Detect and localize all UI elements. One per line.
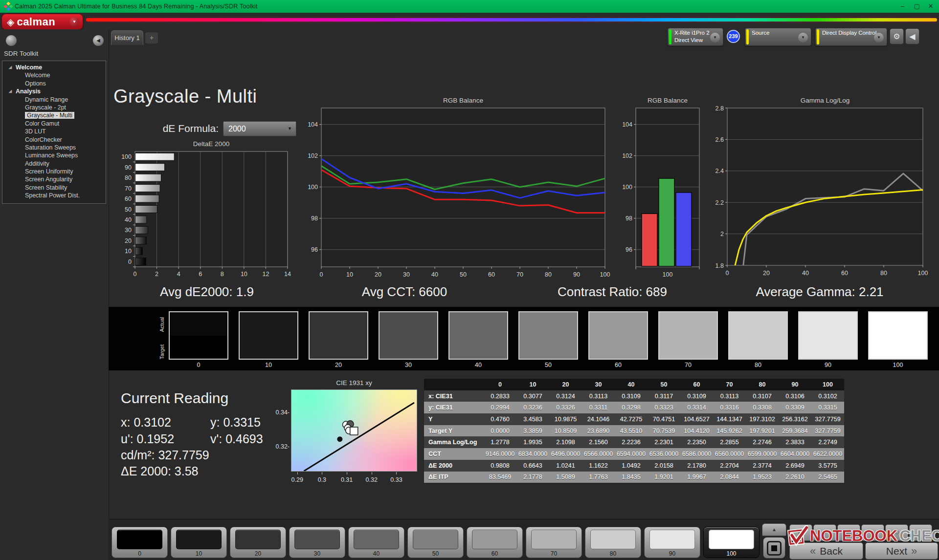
de-formula-select[interactable]: 2000 ▼: [223, 121, 296, 136]
stat-average-gamma: Average Gamma: 2.21: [756, 284, 883, 300]
pattern-button-10[interactable]: 10: [171, 527, 227, 558]
sidebar-item-screen-angularity[interactable]: Screen Angularity: [2, 175, 106, 183]
cie-x-tickmark: [322, 472, 322, 474]
meter-dropdown-icon[interactable]: ▼: [710, 33, 720, 43]
source-dropdown-icon[interactable]: ▼: [798, 33, 808, 43]
chart-label: 60: [841, 270, 848, 277]
sidebar: ◀ SDR Toolkit ◢WelcomeWelcomeOptions◢Ana…: [0, 29, 109, 560]
pattern-swatch: [176, 530, 222, 549]
settings-gear-icon[interactable]: ⚙: [890, 28, 904, 44]
sidebar-item-label: Screen Uniformity: [25, 168, 73, 175]
pattern-button-20[interactable]: 20: [230, 527, 286, 558]
table-cell: 0.3315: [811, 402, 844, 413]
sidebar-item-screen-uniformity[interactable]: Screen Uniformity: [2, 168, 106, 175]
pattern-button-0[interactable]: 0: [112, 527, 168, 558]
sidebar-item-additivity[interactable]: Additivity: [2, 160, 106, 168]
gamma-log-chart: Gamma Log/Log2.82.62.42.221.802040608010…: [707, 92, 937, 288]
chart-label: 100: [622, 184, 632, 191]
sidebar-item-grayscale-2pt[interactable]: Grayscale - 2pt: [2, 104, 106, 111]
sidebar-sphere-button[interactable]: [6, 35, 17, 46]
pattern-up-icon[interactable]: ▲: [762, 523, 786, 536]
table-cell: 256.3162: [779, 413, 811, 425]
pattern-button-50[interactable]: 50: [407, 527, 464, 558]
patch-level-label: 40: [448, 362, 508, 368]
table-header-cell: 70: [713, 379, 746, 390]
bar-level-0: [135, 258, 146, 265]
sidebar-item-3d-lut[interactable]: 3D LUT: [2, 128, 106, 135]
toolbar-button-1-icon[interactable]: ▶: [789, 524, 812, 541]
table-cell: 2.2749: [811, 436, 844, 448]
sidebar-item-welcome[interactable]: Welcome: [2, 71, 106, 79]
tab-history-1[interactable]: History 1: [111, 30, 143, 45]
close-icon[interactable]: ✕: [923, 0, 938, 13]
sidebar-item-options[interactable]: Options: [2, 80, 106, 87]
tree-expand-icon[interactable]: ◢: [9, 64, 12, 71]
sidebar-item-grayscale-multi[interactable]: Grayscale - Multi: [2, 111, 106, 119]
display-control-dropdown[interactable]: Direct Display Control ▼: [815, 28, 887, 46]
sidebar-item-label: Color Gamut: [25, 120, 59, 127]
calman-menu-button[interactable]: ◈ calman ▼: [1, 14, 83, 30]
meter-dropdown[interactable]: X-Rite i1Pro 2 Direct View ▼: [668, 28, 723, 46]
minimize-icon[interactable]: –: [895, 0, 910, 13]
pattern-button-70[interactable]: 70: [526, 527, 582, 558]
bar-level-70: [135, 185, 160, 192]
target-row-label: Target: [159, 345, 165, 360]
pattern-button-40[interactable]: 40: [348, 527, 404, 558]
reading-y: y: 0.3315: [210, 415, 261, 430]
table-cell: 0.3113: [713, 390, 746, 402]
table-cell: 0.3308: [746, 402, 779, 413]
pattern-button-90[interactable]: 90: [644, 527, 700, 558]
pattern-swatch: [235, 530, 281, 549]
chart-label: 50: [460, 271, 467, 278]
patch-actual: [799, 312, 857, 336]
table-cell: 70.7539: [648, 425, 680, 437]
calman-diamond-icon: ◈: [7, 16, 14, 28]
chart-label: 6: [199, 271, 202, 278]
back-button[interactable]: « Back: [789, 542, 863, 560]
table-cell: 0.3314: [680, 402, 713, 413]
patch-level-label: 30: [379, 362, 438, 368]
sidebar-item-dynamic-range[interactable]: Dynamic Range: [2, 96, 106, 104]
toolbar-button-2-icon[interactable]: ●: [813, 524, 836, 541]
rgb-balance-bar-chart: RGB Balance1041021009896100: [615, 92, 722, 288]
pattern-button-60[interactable]: 60: [467, 527, 523, 558]
pattern-level-label: 60: [467, 550, 522, 557]
patch-level-label: 80: [728, 362, 788, 368]
toolbar-button-3-icon[interactable]: ▦: [837, 524, 860, 541]
patch-actual: [240, 312, 297, 336]
sidebar-item-luminance-sweeps[interactable]: Luminance Sweeps: [2, 151, 106, 159]
sidebar-item-spectral-power-dist-[interactable]: Spectral Power Dist.: [2, 192, 106, 199]
source-dropdown[interactable]: Source ▼: [745, 28, 811, 46]
sidebar-item-saturation-sweeps[interactable]: Saturation Sweeps: [2, 144, 106, 151]
maximize-icon[interactable]: ▢: [910, 0, 924, 13]
sidebar-item-screen-stability[interactable]: Screen Stability: [2, 184, 106, 192]
table-cell: 2.3774: [746, 460, 779, 472]
patch-level-label: 0: [169, 362, 228, 368]
calman-menu-dropdown-icon[interactable]: ▼: [69, 17, 79, 27]
display-control-dropdown-icon[interactable]: ▼: [874, 33, 884, 43]
pattern-button-80[interactable]: 80: [585, 527, 641, 558]
chart-label: 80: [880, 270, 887, 277]
chart-label: Gamma Log/Log: [801, 97, 850, 104]
panel-collapse-icon[interactable]: ◀: [905, 28, 919, 44]
chart-label: 70: [125, 185, 132, 192]
sidebar-item-color-gamut[interactable]: Color Gamut: [2, 120, 106, 128]
toolbar-button-4-icon[interactable]: ∞: [861, 524, 884, 541]
sidebar-item-analysis[interactable]: ◢Analysis: [2, 87, 106, 95]
toolbar-button-5-icon[interactable]: ↻: [885, 524, 908, 541]
pattern-button-30[interactable]: 30: [289, 527, 345, 558]
sidebar-item-welcome[interactable]: ◢Welcome: [2, 64, 106, 71]
chart-label: 104: [622, 121, 632, 128]
table-cell: 2.2610: [779, 472, 811, 483]
logo-row: ◈ calman ▼: [0, 13, 939, 29]
sidebar-collapse-icon[interactable]: ◀: [93, 35, 104, 46]
pattern-button-100[interactable]: 100: [703, 527, 760, 558]
table-header-cell: 80: [746, 379, 779, 390]
table-header-cell: [424, 379, 484, 390]
add-tab-icon[interactable]: +: [145, 32, 158, 43]
toolbar-button-6-icon[interactable]: ◠: [909, 524, 932, 541]
tree-expand-icon[interactable]: ◢: [9, 87, 12, 95]
next-button[interactable]: Next »: [865, 542, 938, 560]
stop-pattern-button[interactable]: [763, 537, 785, 559]
sidebar-item-colorchecker[interactable]: ColorChecker: [2, 136, 106, 144]
